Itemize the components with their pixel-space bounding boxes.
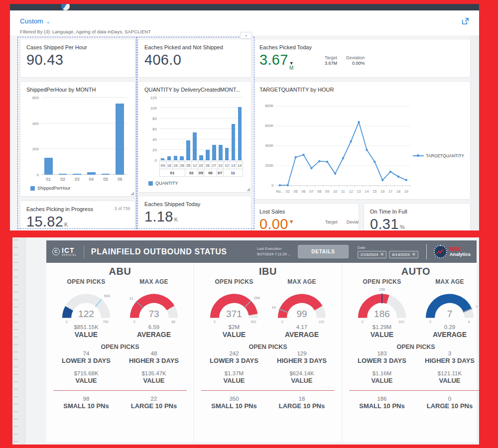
gauge-label: OPEN PICKS [200, 278, 268, 285]
svg-text:540: 540 [104, 294, 110, 298]
chart-legend: TARGETQUANTITY [413, 112, 464, 200]
kpi-value: 1.18K [144, 209, 245, 224]
max-age-gauge: 14990119 [268, 286, 336, 325]
stat-higher-3-days: 3HIGHER 3 DAYS [416, 350, 479, 364]
section-divider [349, 390, 479, 391]
details-button[interactable]: DETAILS [298, 245, 349, 258]
gauge-label: MAX AGE [416, 278, 479, 285]
stat-higher-value: $121.11KVALUE [416, 370, 479, 384]
svg-text:750: 750 [103, 320, 109, 324]
stat-higher-3-days: 48HIGHER 3 DAYS [120, 350, 188, 364]
section-title: IBU [200, 266, 336, 277]
kpi-tile-lost-sales[interactable]: Lost Sales 0.00▼ Target Deviation [253, 203, 359, 230]
svg-text:13: 13 [357, 189, 361, 194]
chart-tile-targetquantity[interactable]: TARGETQUANTITY by HOUR 0200K400K600K800K… [253, 81, 471, 200]
open-picks-header: OPEN PICKS [200, 343, 336, 350]
copyright-circle-icon: C [52, 248, 60, 255]
gauge-label: OPEN PICKS [52, 278, 120, 285]
chart-title: QUANTITY by DeliveryCreatedMONT... [144, 87, 245, 93]
section-divider [201, 390, 335, 391]
kpi-title: Eaches Shipped Today [144, 201, 245, 207]
svg-text:119: 119 [319, 320, 324, 324]
kpi-tile-picked-not-shipped[interactable]: Eaches Picked and Not Shipped 406.0 [138, 39, 251, 78]
svg-text:18: 18 [396, 189, 400, 194]
svg-text:0: 0 [271, 183, 273, 188]
svg-text:88: 88 [171, 320, 175, 324]
widget-resize-handle[interactable] [130, 192, 134, 195]
open-picks-header: OPEN PICKS [348, 343, 479, 350]
kpi-value: 0.00▼ [259, 217, 294, 230]
kpi-value: 406.0 [144, 52, 245, 67]
chart-tile-shippedperhour[interactable]: ShippedPerHour by MONTH 0200400600010203… [20, 81, 135, 197]
ict-logo-subtext: OFFICIAL [62, 254, 77, 257]
svg-text:800K: 800K [265, 104, 273, 108]
widget-resize-handle[interactable] [247, 188, 250, 191]
kpi-tile-picked-today[interactable]: Eaches Picked Today 3.67▼M Target Deviat… [253, 39, 471, 78]
kpi-tile-picking-in-progress[interactable]: 5 of 739 Eaches Picking in Progress 15.8… [20, 201, 135, 230]
svg-text:0: 0 [429, 320, 431, 324]
open-picks-gauge: 2943710392 [200, 286, 268, 325]
svg-text:0: 0 [133, 320, 135, 324]
analytics-brand-logo: NSK Analytics [434, 245, 471, 258]
stat-lower-3-days: 183LOWER 3 DAYS [348, 350, 416, 364]
filter-bar-text: Filtered By (3): Language, Ageing of dat… [20, 29, 151, 34]
date-to-input[interactable]: 6/14/2024⊞ [389, 251, 418, 258]
kpi-title: Eaches Picked and Not Shipped [144, 44, 245, 50]
canvas-right-gutter [471, 35, 479, 230]
sac-top-navbar [10, 4, 479, 10]
svg-text:7: 7 [447, 309, 453, 319]
gauge-label: MAX AGE [268, 278, 336, 285]
gauge-sub-label: AVERAGE [416, 331, 479, 338]
svg-text:8: 8 [468, 320, 470, 324]
open-picks-header: OPEN PICKS [52, 343, 188, 350]
svg-text:21: 21 [129, 296, 133, 301]
analytics-logo-icon [434, 245, 447, 258]
svg-text:17: 17 [388, 189, 392, 194]
threshold-down-arrow-icon: ▼ [289, 219, 294, 224]
svg-text:0: 0 [362, 320, 364, 324]
date-from-input[interactable]: 2/15/2024⊞ [358, 251, 386, 258]
legend-line-icon [413, 155, 424, 156]
gauge-sub-value: 4.17 [268, 324, 336, 330]
collapse-filter-button[interactable]: ⌄ [240, 32, 252, 39]
gauge-sub-label: VALUE [52, 331, 120, 338]
kpi-value: 3.67▼M [259, 52, 294, 71]
svg-text:09: 09 [325, 189, 329, 194]
svg-text:10: 10 [333, 189, 337, 194]
svg-text:02: 02 [286, 189, 290, 194]
stat-higher-3-days: 129HIGHER 3 DAYS [268, 350, 336, 364]
svg-text:310: 310 [398, 320, 404, 324]
page-title: PLAINFIELD OUTBOUND STATUS [91, 247, 227, 256]
stat-higher-value: $624.14KVALUE [268, 370, 336, 384]
chart-legend: QUANTITY [148, 181, 245, 186]
svg-text:73: 73 [148, 309, 159, 319]
gauge-sub-value: $851.15K [52, 324, 120, 330]
header-divider [84, 245, 84, 258]
kpi-tile-shipped-today[interactable]: Eaches Shipped Today 1.18K [138, 196, 251, 230]
svg-text:15: 15 [373, 189, 376, 194]
section-divider [53, 390, 187, 391]
chart-tile-quantity[interactable]: QUANTITY by DeliveryCreatedMONT... 02040… [138, 81, 251, 193]
gauge-sub-value: 6.59 [120, 324, 188, 330]
share-icon[interactable] [462, 17, 469, 25]
svg-text:392: 392 [250, 320, 256, 324]
open-picks-gauge: 1551860310 [348, 286, 416, 325]
section-title: ABU [52, 266, 188, 277]
gauge-label: MAX AGE [120, 278, 188, 285]
section-abu: ABU OPEN PICKS MAX AGE 5401220750 217308… [46, 263, 194, 442]
svg-text:0: 0 [66, 320, 68, 324]
stat-large-pns: 22LARGE 10 PNs [120, 396, 188, 410]
section-auto: AUTO OPEN PICKS MAX AGE 1551860310 7708 … [342, 263, 479, 442]
date-filter-label: Date [358, 245, 418, 250]
stat-lower-3-days: 74LOWER 3 DAYS [52, 350, 120, 364]
tab-custom[interactable]: Custom⌄ [20, 17, 50, 25]
last-execution-block: Last Execution 5/27/2024 7:11:29 ... [257, 246, 291, 256]
svg-text:99: 99 [296, 309, 307, 319]
svg-text:155: 155 [379, 287, 385, 292]
kpi-title: Eaches Picking in Progress [26, 206, 129, 212]
stat-higher-value: $135.47KVALUE [120, 370, 188, 384]
kpi-tile-cases-shipped[interactable]: Cases Shipped Per Hour 90.43 [20, 39, 135, 78]
section-ibu: IBU OPEN PICKS MAX AGE 2943710392 149901… [194, 263, 342, 442]
svg-text:200K: 200K [265, 163, 273, 168]
kpi-tile-on-time-in-full[interactable]: On Time In Full 0.31% [364, 203, 471, 230]
